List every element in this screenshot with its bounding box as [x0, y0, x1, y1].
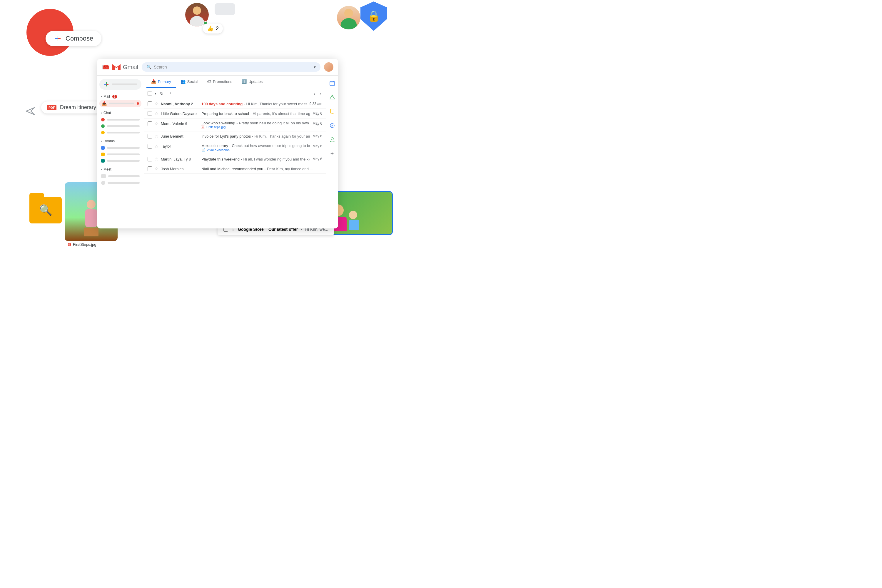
email-time: May 6 [312, 134, 322, 138]
email-row[interactable]: ☆ June Bennett Invoice for Lyd's party p… [144, 131, 326, 141]
sidebar-inbox-item[interactable]: 📥 [99, 100, 141, 107]
search-dropdown-icon[interactable]: ▾ [314, 64, 316, 69]
chat-dot-1 [101, 118, 105, 122]
email-checkbox[interactable] [148, 101, 152, 106]
gmail-right-panel: + [326, 75, 338, 228]
svg-rect-18 [330, 109, 334, 113]
contacts-icon[interactable] [328, 135, 336, 144]
tab-social-label: Social [187, 80, 198, 84]
email-checkbox[interactable] [148, 157, 152, 161]
user-avatar[interactable] [324, 62, 333, 72]
image-file-icon: 🖼 [68, 243, 71, 247]
gmail-search-bar[interactable]: 🔍 ▾ [142, 62, 321, 72]
inbox-indicator [137, 102, 139, 105]
email-content: Preparing for back to school - Hi parent… [201, 111, 310, 116]
email-checkbox[interactable] [148, 144, 152, 149]
email-row[interactable]: ☆ Taylor Mexico itinerary - Check out ho… [144, 141, 326, 154]
email-attachment: 📄 VivaLaVacacion [201, 148, 310, 152]
sidebar-chat-item-2[interactable] [99, 123, 141, 129]
mail-badge: 1 [112, 94, 117, 99]
email-sender: Naomi, Anthony 2 [161, 102, 199, 106]
meet-label: Meet [104, 167, 111, 171]
email-sender: Little Gators Daycare [161, 111, 199, 116]
search-in-folder-icon: 🔍 [39, 204, 52, 216]
sidebar-chat-section: ▾ Chat [99, 110, 141, 135]
primary-tab-icon: 📥 [151, 79, 156, 84]
sidebar-chat-item-3[interactable] [99, 130, 141, 135]
sidebar-meet-item-1[interactable] [99, 173, 141, 179]
keep-icon[interactable] [328, 107, 336, 116]
chat-chevron-icon[interactable]: ▾ [101, 112, 102, 114]
email-checkbox[interactable] [148, 166, 152, 171]
more-options-button[interactable]: ⋮ [167, 90, 174, 97]
sidebar-chat-item-1[interactable] [99, 117, 141, 123]
star-icon[interactable]: ☆ [154, 166, 159, 171]
pdf-icon: PDF [47, 105, 57, 110]
email-separator: - [264, 167, 266, 171]
mail-chevron-icon[interactable]: ▾ [101, 95, 102, 98]
sidebar-rooms-item-1[interactable] [99, 145, 141, 151]
email-row[interactable]: ☆ Naomi, Anthony 2 100 days and counting… [144, 99, 326, 109]
search-icon: 🔍 [146, 64, 152, 69]
email-toolbar: ▾ ↻ ⋮ ‹ › [144, 88, 326, 99]
tab-social[interactable]: 👥 Social [176, 75, 202, 88]
email-content: Playdate this weekend - Hi all, I was wo… [201, 157, 310, 161]
star-icon[interactable]: ☆ [154, 134, 159, 138]
email-preview: Check out how awesome our trip is going … [232, 144, 310, 148]
chat-bubble-decoration [214, 3, 235, 15]
sidebar-rooms-item-3[interactable] [99, 158, 141, 164]
rooms-chevron-icon[interactable]: ▾ [101, 140, 102, 142]
email-preview: Pretty soon he'll be doing it all on his… [239, 121, 310, 125]
refresh-button[interactable]: ↻ [159, 90, 165, 97]
previous-page-button[interactable]: ‹ [312, 90, 316, 97]
add-more-icon[interactable]: + [328, 150, 336, 158]
email-row[interactable]: ☆ Martin, Jaya, Ty 8 Playdate this weeke… [144, 154, 326, 164]
tab-primary[interactable]: 📥 Primary [146, 75, 176, 88]
star-icon[interactable]: ☆ [154, 144, 159, 149]
search-input[interactable] [154, 64, 311, 69]
sidebar-rooms-header: ▾ Rooms [99, 138, 141, 144]
tab-promotions-label: Promotions [213, 80, 232, 84]
next-page-button[interactable]: › [318, 90, 322, 97]
email-subject: Preparing for back to school [201, 111, 249, 116]
attachment-doc-icon: 📄 [201, 148, 206, 152]
svg-rect-4 [55, 38, 58, 39]
tab-updates[interactable]: ℹ️ Updates [237, 75, 267, 88]
email-checkbox[interactable] [148, 134, 152, 138]
email-time: May 6 [312, 157, 322, 161]
email-subject: 100 days and counting [201, 102, 243, 106]
email-subject: Invoice for Lyd's party photos [201, 134, 251, 138]
star-icon[interactable]: ☆ [154, 157, 159, 161]
calendar-icon[interactable] [328, 79, 336, 87]
email-content: Niall and Michael recommended you - Dear… [201, 167, 320, 171]
select-all-checkbox[interactable] [148, 91, 152, 96]
shield-icon: 🔒 [360, 2, 387, 31]
email-row[interactable]: ☆ Mom...Valerie 6 Look who's walking! - … [144, 118, 326, 131]
meet-icon-1 [101, 174, 106, 178]
tab-promotions[interactable]: 🏷 Promotions [202, 75, 237, 88]
filename-label: FirstSteps.jpg [73, 242, 96, 247]
email-row[interactable]: ☆ Josh Morales Niall and Michael recomme… [144, 164, 326, 174]
meet-line-1 [108, 175, 140, 177]
compose-mini-button[interactable] [99, 79, 141, 90]
meet-chevron-icon[interactable]: ▾ [101, 168, 102, 171]
drive-icon[interactable] [328, 93, 336, 101]
email-checkbox[interactable] [148, 122, 152, 126]
email-separator: - [244, 102, 245, 106]
email-row[interactable]: ☆ Little Gators Daycare Preparing for ba… [144, 109, 326, 118]
email-preview: Hi Kim, Thanks for your sweet message... [246, 102, 307, 106]
star-icon[interactable]: ☆ [154, 122, 159, 126]
select-all-chevron[interactable]: ▾ [154, 92, 156, 96]
email-count: 6 [185, 122, 187, 126]
star-icon[interactable]: ☆ [154, 111, 159, 116]
sidebar-rooms-item-2[interactable] [99, 152, 141, 157]
email-separator: - [252, 134, 253, 138]
star-icon[interactable]: ☆ [154, 101, 159, 106]
email-checkbox[interactable] [148, 111, 152, 116]
pdf-filename: Dream itinerary [60, 104, 96, 111]
tasks-icon[interactable] [328, 122, 336, 130]
email-preview: Hi Kim, Thanks again for your amazing... [255, 134, 310, 138]
sidebar-meet-section: ▾ Meet [99, 166, 141, 186]
compose-button[interactable]: Compose [46, 31, 101, 46]
sidebar-meet-item-2[interactable] [99, 180, 141, 186]
